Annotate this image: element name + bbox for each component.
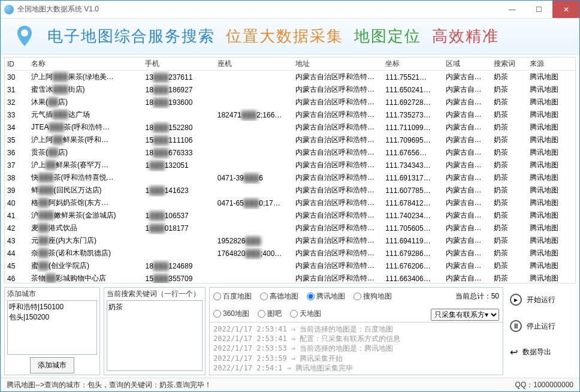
table-row[interactable]: 32沐果(██店)18███193600内蒙古自治区呼和浩特…111.69272…	[5, 96, 575, 108]
column-header[interactable]: 区域	[443, 58, 491, 71]
svg-point-0	[21, 29, 28, 37]
map-radio[interactable]: 高德地图	[260, 291, 298, 301]
maximize-button[interactable]: ☐	[525, 1, 552, 18]
column-header[interactable]: 坐标	[383, 58, 443, 71]
keyword-label: 当前搜索关键词（一行一个）	[107, 289, 203, 299]
mid-panel: 百度地图高德地图腾讯地图搜狗地图360地图图吧天地图 当前总计：50 只采集有联…	[209, 287, 503, 375]
status-text: 腾讯地图-->查询的城市：包头，查询的关键词：奶茶.查询完毕！	[7, 380, 212, 390]
map-radio[interactable]: 天地图	[290, 309, 321, 319]
table-row[interactable]: 41沪███嫩鲜果茶(金游城店)1███106537内蒙古自治区呼和浩特…111…	[5, 209, 575, 222]
start-button[interactable]: ▸ 开始运行	[507, 290, 576, 310]
map-radio[interactable]: 360地图	[213, 309, 249, 319]
add-city-button[interactable]: 添加城市	[30, 357, 74, 373]
table-row[interactable]: 30沪上阿███果茶(绿地美…13███237611内蒙古自治区呼和浩特…111…	[5, 71, 575, 84]
log-output: 2022/1/17 2:53:41 ⇒ 当前选择的地图是：百度地图2022/1/…	[210, 322, 503, 375]
city-label: 添加城市	[7, 289, 97, 299]
table-row[interactable]: 36贡茶(██店)18███676333内蒙古自治区呼和浩特…111.67656…	[5, 146, 575, 159]
column-header[interactable]: 来源	[527, 58, 575, 71]
play-icon: ▸	[510, 294, 522, 306]
column-header[interactable]: ID	[5, 58, 29, 71]
city-textarea[interactable]	[7, 300, 97, 355]
map-radio[interactable]: 搜狗地图	[354, 291, 392, 301]
table-row[interactable]: 38快███茶(呼和浩特喜悦…0471-39███6内蒙古自治区呼和浩特…111…	[5, 171, 575, 184]
qq-contact: QQ：1000000000	[515, 380, 573, 390]
map-radio[interactable]: 图吧	[258, 309, 282, 319]
window-title: 全国地图大数据系统 V1.0	[17, 4, 499, 14]
stop-icon: ⏸	[510, 320, 522, 332]
map-radios: 百度地图高德地图腾讯地图搜狗地图360地图图吧天地图	[210, 288, 427, 321]
action-panel: ▸ 开始运行 ⏸ 停止运行 ↩ 数据导出	[507, 287, 576, 375]
banner-text-2: 位置大数据采集	[226, 26, 343, 47]
column-header[interactable]: 名称	[29, 58, 143, 71]
column-header[interactable]: 搜索词	[491, 58, 527, 71]
table-row[interactable]: 37沪上██鲜果茶(赛罕万…1███132051内蒙古自治区呼和浩特…111.7…	[5, 159, 575, 171]
table-row[interactable]: 35沪上阿██鲜果茶(呼和…15███111106内蒙古自治区呼和浩特…111.…	[5, 134, 575, 146]
count-row: 当前总计：50 只采集有联系方▾	[427, 288, 503, 322]
data-table: ID名称手机座机地址坐标区域搜索词来源 30沪上阿███果茶(绿地美…13███…	[5, 58, 575, 284]
table-row[interactable]: 39鲜███(回民区万达店)1███141623内蒙古自治区呼和浩特…111.6…	[5, 184, 575, 197]
map-radio[interactable]: 百度地图	[213, 291, 252, 301]
column-header[interactable]: 手机	[143, 58, 215, 71]
total-count: 当前总计：50	[455, 291, 499, 301]
collect-mode-select[interactable]: 只采集有联系方▾	[431, 309, 499, 321]
banner-text-3: 地图定位	[354, 26, 421, 47]
table-row[interactable]: 46茶物██彩城购物中心店15███355709内蒙古自治区呼和浩特…111.6…	[5, 272, 575, 284]
table-row[interactable]: 42麦██港式饮品1███018177内蒙古自治区呼和浩特…111.705605…	[5, 222, 575, 234]
table-row[interactable]: 43元██座(内大东门店)1952826███内蒙古自治区呼和浩特…111.69…	[5, 234, 575, 247]
status-bar: 腾讯地图-->查询的城市：包头，查询的关键词：奶茶.查询完毕！ QQ：10000…	[1, 378, 579, 392]
titlebar: 全国地图大数据系统 V1.0 — ☐ ✕	[1, 1, 579, 19]
keyword-panel: 当前搜索关键词（一行一个）	[104, 287, 206, 375]
bottom-panel: 添加城市 添加城市 当前搜索关键词（一行一个） 百度地图高德地图腾讯地图搜狗地图…	[1, 285, 579, 378]
pin-icon	[13, 25, 37, 49]
city-panel: 添加城市 添加城市	[4, 287, 100, 375]
banner-text-1: 电子地图综合服务搜索	[47, 26, 215, 47]
app-icon	[4, 5, 14, 14]
close-button[interactable]: ✕	[552, 1, 579, 18]
table-row[interactable]: 44奈██茶(诺和木勒凯德店)1764820███;400…内蒙古自治区呼和浩特…	[5, 247, 575, 260]
table-row[interactable]: 33元气插███达广场182471███2;166…内蒙古自治区呼和浩特…111…	[5, 108, 575, 121]
export-icon: ↩	[510, 346, 518, 358]
table-row[interactable]: 31蜜雪冰███街店)18███186927内蒙古自治区呼和浩特…111.650…	[5, 83, 575, 96]
banner: 电子地图综合服务搜索 位置大数据采集 地图定位 高效精准	[1, 19, 579, 55]
table-row[interactable]: 40格██阿妈奶茶馆(东方…0471-65███0;17…内蒙古自治区呼和浩特……	[5, 197, 575, 209]
column-header[interactable]: 座机	[215, 58, 293, 71]
keyword-textarea[interactable]	[107, 300, 203, 371]
table-row[interactable]: 34JTEA███茶(呼和浩特…18███152280内蒙古自治区呼和浩特…11…	[5, 121, 575, 134]
table-row[interactable]: 45蜜██(创业学院店)18███124689内蒙古自治区呼和浩特…111.67…	[5, 260, 575, 272]
column-header[interactable]: 地址	[293, 58, 383, 71]
stop-button[interactable]: ⏸ 停止运行	[507, 316, 576, 336]
banner-text-4: 高效精准	[432, 26, 499, 47]
data-table-container[interactable]: ID名称手机座机地址坐标区域搜索词来源 30沪上阿███果茶(绿地美…13███…	[4, 57, 576, 284]
minimize-button[interactable]: —	[499, 1, 525, 18]
export-button[interactable]: ↩ 数据导出	[507, 342, 576, 362]
map-radio[interactable]: 腾讯地图	[307, 291, 345, 301]
